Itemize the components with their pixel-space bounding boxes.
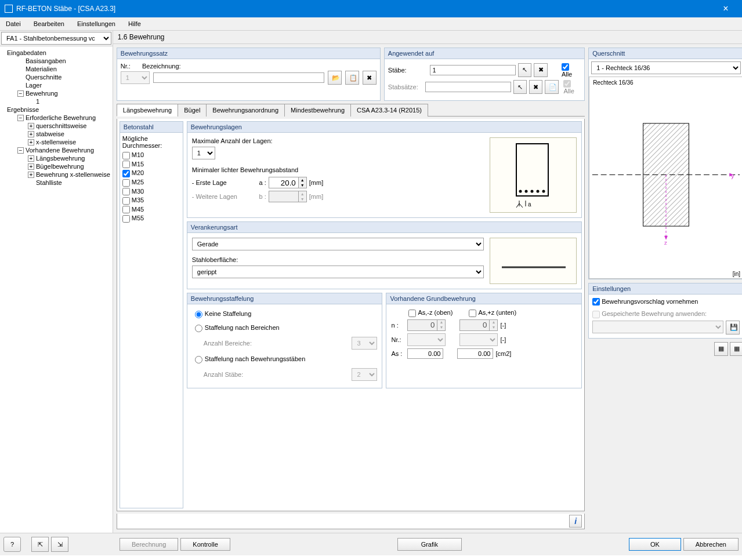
- berechnung-button[interactable]: Berechnung: [120, 538, 178, 551]
- export-icon-1[interactable]: ⇱: [31, 537, 49, 552]
- tree-lager[interactable]: Lager: [1, 81, 111, 89]
- view-icon-2[interactable]: ▦: [730, 342, 742, 356]
- radio-staebe[interactable]: [195, 356, 202, 363]
- new-set-icon[interactable]: 📄: [545, 80, 559, 94]
- page-title: 1.6 Bewehrung: [113, 31, 742, 44]
- tree-querschnitte[interactable]: Querschnitte: [1, 73, 111, 81]
- titlebar: RF-BETON Stäbe - [CSA A23.3] ×: [0, 0, 742, 17]
- del-staebe-icon[interactable]: ✖: [534, 63, 548, 77]
- footer-bar: ? ⇱ ⇲ Berechnung Kontrolle Grafik OK Abb…: [0, 533, 742, 555]
- tree-bewxstellen[interactable]: +Bewehrung x-stellenweise: [1, 170, 111, 179]
- min-abstand-label: Minimaler lichter Bewehrungsabstand: [192, 166, 484, 173]
- export-icon-2[interactable]: ⇲: [51, 537, 68, 552]
- a-label: a :: [252, 179, 266, 186]
- as-unten-check[interactable]: As,+z (unten): [469, 309, 516, 317]
- window-title: RF-BETON Stäbe - [CSA A23.3]: [16, 5, 714, 13]
- tree-materialien[interactable]: Materialien: [1, 65, 111, 73]
- diameter-M20[interactable]: M20: [122, 169, 180, 177]
- tab-anordnung[interactable]: Bewehrungsanordnung: [206, 104, 285, 117]
- tree-erforderliche[interactable]: −Erforderliche Bewehrung: [1, 114, 111, 122]
- a-up-icon[interactable]: ▲: [298, 177, 306, 183]
- querschnitt-select[interactable]: 1 - Rechteck 16/36: [591, 61, 741, 74]
- tab-csa[interactable]: CSA A23.3-14 (R2015): [350, 104, 428, 117]
- nr1-select: [407, 333, 446, 346]
- grundbewehrung-title: Vorhandene Grundbewehrung: [386, 293, 581, 304]
- kontrolle-button[interactable]: Kontrolle: [180, 538, 230, 551]
- diameter-M25[interactable]: M25: [122, 179, 180, 187]
- alle-sets-check[interactable]: Alle: [563, 80, 581, 95]
- diameter-M35[interactable]: M35: [122, 197, 180, 205]
- diameter-M55[interactable]: M55: [122, 214, 180, 223]
- menu-settings[interactable]: Einstellungen: [75, 19, 118, 28]
- radio-keine[interactable]: [195, 311, 202, 318]
- menu-edit[interactable]: Bearbeiten: [31, 19, 67, 28]
- nr2-select: [459, 333, 498, 346]
- diameter-M10[interactable]: M10: [122, 151, 180, 159]
- delete-icon[interactable]: ✖: [363, 71, 377, 85]
- staebe-select: 2: [352, 368, 377, 381]
- verankerung-select[interactable]: Gerade: [192, 238, 484, 250]
- tab-mindest[interactable]: Mindestbewehrung: [284, 104, 351, 117]
- save-template-icon[interactable]: 💾: [726, 321, 740, 334]
- diameter-M15[interactable]: M15: [122, 161, 180, 169]
- a-input[interactable]: [269, 177, 298, 188]
- bezeichnung-input[interactable]: [153, 72, 324, 83]
- gespeicherte-check[interactable]: Gespeicherte Bewehrung anwenden:: [592, 310, 740, 318]
- staebe-label: Stäbe:: [388, 67, 428, 74]
- grafik-button[interactable]: Grafik: [397, 538, 462, 551]
- betonstahl-panel: Betonstahl Mögliche Durchmesser: M10M15M…: [120, 121, 183, 508]
- tree-vorhandene[interactable]: −Vorhandene Bewehrung: [1, 146, 111, 154]
- menu-file[interactable]: Datei: [3, 19, 23, 28]
- staffelung-title: Bewehrungsstaffelung: [187, 293, 382, 304]
- abbrechen-button[interactable]: Abbrechen: [683, 538, 739, 551]
- svg-point-2: [525, 190, 528, 193]
- b-up-icon: ▲: [298, 191, 306, 197]
- tree-eingabedaten[interactable]: Eingabedaten: [1, 49, 111, 57]
- tree-xstellenweise[interactable]: +x-stellenweise: [1, 138, 111, 146]
- tree-querschnittsweise[interactable]: +querschnittsweise: [1, 122, 111, 130]
- b-down-icon: ▼: [298, 197, 306, 202]
- pick-icon[interactable]: ↖: [518, 63, 532, 77]
- diameter-M30[interactable]: M30: [122, 188, 180, 196]
- view-icon-1[interactable]: ▦: [714, 342, 728, 356]
- close-icon[interactable]: ×: [714, 3, 737, 14]
- diameter-M45[interactable]: M45: [122, 206, 180, 214]
- bereiche-select: 3: [352, 337, 377, 350]
- b-input: [269, 191, 298, 202]
- case-selector[interactable]: FA1 - Stahlbetonbemessung vc: [1, 32, 111, 45]
- tree-buegelbewehrung[interactable]: +Bügelbewehrung: [1, 162, 111, 170]
- del-sets-icon[interactable]: ✖: [529, 80, 542, 94]
- as-oben-check[interactable]: As,-z (oben): [408, 309, 453, 317]
- tree-laengsbewehrung[interactable]: +Längsbewehrung: [1, 154, 111, 162]
- a-down-icon[interactable]: ▼: [298, 183, 306, 188]
- vorschlag-check[interactable]: Bewehrungsvorschlag vornehmen: [592, 298, 740, 306]
- copy-icon[interactable]: 📋: [345, 71, 359, 85]
- radio-bereiche[interactable]: [195, 325, 202, 332]
- staebe-input: [430, 65, 516, 75]
- menu-help[interactable]: Hilfe: [126, 19, 143, 28]
- tree-basisangaben[interactable]: Basisangaben: [1, 57, 111, 65]
- tree-stabweise[interactable]: +stabweise: [1, 130, 111, 138]
- svg-rect-0: [516, 144, 548, 196]
- tab-laengsbewehrung[interactable]: Längsbewehrung: [117, 104, 178, 117]
- svg-text:z: z: [664, 239, 667, 246]
- group-bewehrungssatz: Bewehrungssatz: [117, 48, 380, 59]
- open-icon[interactable]: 📂: [328, 71, 342, 85]
- oberflaeche-select[interactable]: gerippt: [192, 266, 484, 278]
- help-icon[interactable]: ?: [3, 537, 21, 552]
- info-icon[interactable]: i: [569, 515, 582, 528]
- tree-bewehrung-1[interactable]: 1: [1, 97, 111, 106]
- b-label: b :: [252, 193, 266, 200]
- ok-button[interactable]: OK: [629, 538, 681, 551]
- tree-bewehrung[interactable]: −Bewehrung: [1, 89, 111, 97]
- max-lagen-select[interactable]: 1: [192, 147, 215, 159]
- tree-stahlliste[interactable]: Stahlliste: [1, 179, 111, 187]
- group-angewendet: Angewendet auf: [385, 48, 584, 59]
- tree-ergebnisse[interactable]: Ergebnisse: [1, 106, 111, 114]
- tab-buegel[interactable]: Bügel: [178, 104, 207, 117]
- nr-select[interactable]: 1: [121, 71, 150, 84]
- n1-input: [408, 320, 437, 330]
- betonstahl-sublabel: Mögliche Durchmesser:: [122, 135, 180, 149]
- pick-sets-icon[interactable]: ↖: [513, 80, 527, 94]
- alle-staebe-check[interactable]: Alle: [562, 63, 581, 78]
